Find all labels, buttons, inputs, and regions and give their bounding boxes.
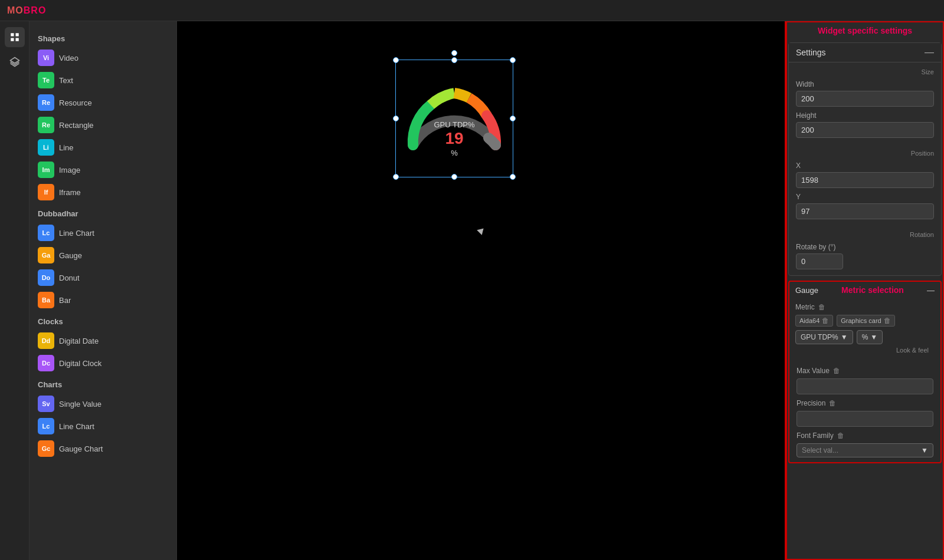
logo-mo: MO bbox=[7, 5, 24, 15]
clock-item-digital-date[interactable]: DdDigital Date bbox=[34, 330, 172, 352]
font-family-dropdown[interactable]: Select val... ▼ bbox=[796, 443, 933, 457]
label-digital-clock: Digital Clock bbox=[59, 359, 101, 368]
badge-image: Im bbox=[38, 162, 54, 178]
label-image: Image bbox=[59, 166, 80, 174]
clock-item-digital-clock[interactable]: DcDigital Clock bbox=[34, 352, 172, 374]
rotate-by-label: Rotate by (°) bbox=[796, 243, 934, 251]
graphics-card-remove-icon[interactable]: 🗑 bbox=[884, 317, 891, 325]
main-layout: Shapes ViVideoTeTextReResourceReRectangl… bbox=[0, 21, 944, 560]
font-family-label: Font Family bbox=[796, 431, 834, 440]
canvas-area[interactable]: GPU TDP% 19 % bbox=[177, 21, 785, 560]
badge-gauge-chart: Gc bbox=[38, 440, 54, 457]
label-video: Video bbox=[59, 54, 78, 62]
label-text: Text bbox=[59, 76, 73, 85]
settings-panel-header: Settings — bbox=[789, 43, 941, 62]
width-label: Width bbox=[796, 80, 934, 88]
logo-bro: BRO bbox=[24, 5, 47, 15]
gauge-title-text: GPU TDP% bbox=[434, 120, 475, 129]
chart-item-line-chart2[interactable]: LcLine Chart bbox=[34, 415, 172, 437]
aida64-remove-icon[interactable]: 🗑 bbox=[822, 317, 829, 325]
dubbadhar-item-gauge[interactable]: GaGauge bbox=[34, 244, 172, 266]
resize-handle-top-center[interactable] bbox=[451, 50, 457, 56]
shape-item-video[interactable]: ViVideo bbox=[34, 47, 172, 69]
badge-text: Te bbox=[38, 72, 54, 88]
logo: MOBRO bbox=[7, 5, 46, 16]
font-family-trash-icon[interactable]: 🗑 bbox=[837, 431, 844, 440]
shape-item-text[interactable]: TeText bbox=[34, 69, 172, 91]
widget-settings-title: Widget specific settings bbox=[786, 21, 944, 40]
rotate-input[interactable]: 0 bbox=[796, 253, 843, 269]
badge-rectangle: Re bbox=[38, 117, 54, 133]
label-line-chart: Line Chart bbox=[59, 229, 94, 238]
shapes-panel: Shapes ViVideoTeTextReResourceReRectangl… bbox=[30, 21, 177, 560]
clocks-list: DdDigital DateDcDigital Clock bbox=[34, 330, 172, 374]
shape-item-resource[interactable]: ReResource bbox=[34, 91, 172, 114]
svg-rect-0 bbox=[11, 33, 14, 36]
gpu-tdp-dropdown[interactable]: GPU TDP% ▼ bbox=[795, 330, 853, 344]
dubbadhar-item-line-chart[interactable]: LcLine Chart bbox=[34, 222, 172, 244]
graphics-card-tag: Graphics card 🗑 bbox=[837, 315, 894, 327]
metric-dropdown-row: GPU TDP% ▼ % ▼ bbox=[795, 330, 935, 344]
dubbadhar-item-donut[interactable]: DoDonut bbox=[34, 266, 172, 289]
dubbadhar-title: Dubbadhar bbox=[34, 203, 172, 222]
chart-item-gauge-chart[interactable]: GcGauge Chart bbox=[34, 437, 172, 460]
dubbadhar-item-bar[interactable]: BaBar bbox=[34, 289, 172, 311]
badge-line: Li bbox=[38, 139, 54, 156]
badge-gauge: Ga bbox=[38, 247, 54, 263]
label-line-chart2: Line Chart bbox=[59, 422, 94, 431]
max-value-row: Max Value 🗑 bbox=[796, 367, 933, 375]
shape-item-line[interactable]: LiLine bbox=[34, 136, 172, 159]
sidebar-icon-layers[interactable] bbox=[5, 52, 25, 72]
size-section: Size Width 200 Height 200 bbox=[789, 62, 941, 144]
percent-dropdown[interactable]: % ▼ bbox=[857, 330, 883, 344]
badge-bar: Ba bbox=[38, 292, 54, 308]
precision-input[interactable] bbox=[796, 411, 933, 427]
gauge-widget[interactable]: GPU TDP% 19 % bbox=[395, 60, 513, 177]
icon-sidebar bbox=[0, 21, 30, 560]
label-digital-date: Digital Date bbox=[59, 337, 99, 345]
x-input[interactable]: 1598 bbox=[796, 172, 934, 188]
max-value-trash-icon[interactable]: 🗑 bbox=[833, 367, 840, 375]
shape-item-image[interactable]: ImImage bbox=[34, 159, 172, 181]
max-value-input[interactable] bbox=[796, 378, 933, 394]
badge-resource: Re bbox=[38, 94, 54, 111]
shape-item-rectangle[interactable]: ReRectangle bbox=[34, 114, 172, 136]
metric-trash-icon[interactable]: 🗑 bbox=[818, 303, 825, 311]
label-rectangle: Rectangle bbox=[59, 121, 94, 130]
chart-item-single-value[interactable]: SvSingle Value bbox=[34, 393, 172, 415]
shapes-list: ViVideoTeTextReResourceReRectangleLiLine… bbox=[34, 47, 172, 203]
sidebar-icon-dashboard[interactable] bbox=[5, 27, 25, 47]
badge-line-chart2: Lc bbox=[38, 418, 54, 434]
look-feel-label: Look & feel bbox=[795, 344, 935, 357]
shape-item-iframe[interactable]: IfIframe bbox=[34, 181, 172, 203]
position-label: Position bbox=[796, 150, 934, 157]
x-label: X bbox=[796, 162, 934, 170]
gauge-value-text: 19 bbox=[445, 129, 463, 147]
precision-trash-icon[interactable]: 🗑 bbox=[829, 399, 836, 407]
charts-title: Charts bbox=[34, 374, 172, 393]
metric-label-row: Metric 🗑 bbox=[795, 303, 935, 311]
width-input[interactable]: 200 bbox=[796, 91, 934, 107]
metric-panel-header: Gauge Metric selection — bbox=[789, 282, 940, 298]
svg-rect-1 bbox=[15, 33, 18, 36]
label-line: Line bbox=[59, 143, 74, 152]
height-label: Height bbox=[796, 111, 934, 120]
metric-section: Metric 🗑 Aida64 🗑 Graphics card 🗑 GP bbox=[789, 298, 940, 362]
height-input[interactable]: 200 bbox=[796, 122, 934, 138]
dubbadhar-list: LcLine ChartGaGaugeDoDonutBaBar bbox=[34, 222, 172, 311]
y-input[interactable]: 97 bbox=[796, 203, 934, 219]
font-family-row: Font Family 🗑 bbox=[796, 431, 933, 440]
lower-fields: Max Value 🗑 Precision 🗑 Font Family 🗑 Se… bbox=[789, 362, 940, 462]
size-label: Size bbox=[796, 68, 934, 75]
topbar: MOBRO bbox=[0, 0, 944, 21]
position-section: Position X 1598 Y 97 bbox=[789, 144, 941, 225]
badge-line-chart: Lc bbox=[38, 225, 54, 241]
shapes-title: Shapes bbox=[34, 28, 172, 47]
settings-minimize-btn[interactable]: — bbox=[925, 48, 934, 57]
svg-rect-3 bbox=[15, 38, 18, 41]
rotation-label: Rotation bbox=[796, 231, 934, 238]
label-iframe: Iframe bbox=[59, 188, 81, 197]
precision-row: Precision 🗑 bbox=[796, 399, 933, 407]
clocks-title: Clocks bbox=[34, 311, 172, 330]
metric-minimize-btn[interactable]: — bbox=[927, 286, 935, 295]
